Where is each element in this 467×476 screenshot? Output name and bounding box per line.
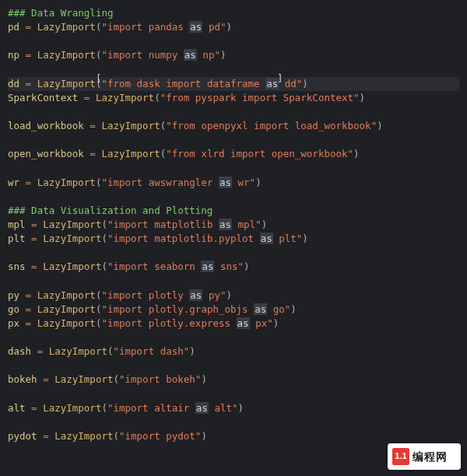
code-line[interactable] xyxy=(8,161,459,175)
keyword-as: as xyxy=(184,49,197,61)
string-text: sns xyxy=(214,261,237,272)
string-text: import bokeh xyxy=(125,373,195,385)
open-paren: ( xyxy=(101,233,107,244)
function-name: LazyImport xyxy=(43,233,101,244)
keyword-as: as xyxy=(201,261,214,272)
string-quote: " xyxy=(166,148,172,159)
string-text: import matplotlib xyxy=(113,219,218,230)
code-line[interactable]: px = LazyImport("import plotly.express a… xyxy=(8,317,459,331)
string-text: import plotly.graph_objs xyxy=(107,303,254,315)
code-line[interactable]: pydot = LazyImport("import pydot") xyxy=(8,429,459,443)
string-quote: " xyxy=(101,303,107,315)
string-quote: " xyxy=(353,92,360,103)
string-quote: " xyxy=(119,430,125,442)
variable-name: dash xyxy=(8,345,31,357)
code-line[interactable] xyxy=(8,331,459,345)
close-paren: ) xyxy=(273,317,279,329)
keyword-as: as xyxy=(189,21,202,33)
variable-name: plt xyxy=(8,233,26,244)
open-paren: ( xyxy=(113,430,119,442)
string-text: from openpyxl import load_workbook xyxy=(172,120,371,131)
variable-name: wr xyxy=(8,177,19,188)
string-quote: " xyxy=(220,289,226,301)
equals-op: = xyxy=(26,402,44,414)
code-line[interactable] xyxy=(8,359,459,373)
variable-name: sns xyxy=(8,261,26,272)
function-name: LazyImport xyxy=(101,120,160,131)
variable-name: load_workbook xyxy=(8,120,84,131)
equals-op: = xyxy=(78,92,96,103)
code-line[interactable] xyxy=(8,246,459,260)
code-line[interactable]: open_workbook = LazyImport("from xlrd im… xyxy=(8,147,459,161)
string-text: import pydot xyxy=(125,430,195,442)
string-quote: " xyxy=(119,373,125,385)
close-paren: ) xyxy=(189,345,195,357)
keyword-as: as xyxy=(265,78,279,89)
code-line[interactable]: alt = LazyImport("import altair as alt") xyxy=(8,401,459,415)
keyword-as: as xyxy=(219,219,232,230)
equals-op: = xyxy=(26,261,44,272)
code-line[interactable] xyxy=(8,274,459,288)
variable-name: np xyxy=(8,49,19,61)
string-quote: " xyxy=(101,289,107,301)
function-name: LazyImport xyxy=(101,148,160,159)
code-line[interactable]: np = LazyImport("import numpy as np") xyxy=(8,48,459,62)
code-line[interactable]: plt = LazyImport("import matplotlib.pypl… xyxy=(8,232,459,246)
string-text: import dash xyxy=(119,345,184,357)
variable-name: pd xyxy=(8,21,19,33)
code-line[interactable]: bokeh = LazyImport("import bokeh") xyxy=(8,373,459,387)
function-name: LazyImport xyxy=(37,177,96,188)
equals-op: = xyxy=(19,49,37,61)
equals-op: = xyxy=(31,345,49,357)
string-text: import matplotlib.pyplot xyxy=(113,233,259,244)
site-badge[interactable]: 1.1 编程网 xyxy=(388,443,461,470)
code-line[interactable] xyxy=(8,190,459,204)
equals-op: = xyxy=(19,21,37,33)
code-line[interactable] xyxy=(8,34,459,48)
function-name: LazyImport xyxy=(54,373,113,385)
code-line[interactable]: go = LazyImport("import plotly.graph_obj… xyxy=(8,303,459,317)
code-line[interactable]: sns = LazyImport("import seaborn as sns"… xyxy=(8,260,459,274)
code-editor[interactable]: [ ] ### Data Wranglingpd = LazyImport("i… xyxy=(0,0,467,476)
code-line[interactable]: ### Data Wrangling xyxy=(8,6,459,20)
code-line[interactable] xyxy=(8,63,459,77)
close-paren: ) xyxy=(201,373,207,385)
equals-op: = xyxy=(37,430,55,442)
code-line[interactable]: wr = LazyImport("import awswrangler as w… xyxy=(8,176,459,190)
code-line[interactable] xyxy=(8,105,459,119)
code-line[interactable] xyxy=(8,415,459,429)
equals-op: = xyxy=(19,303,37,315)
string-quote: " xyxy=(101,317,107,329)
keyword-as: as xyxy=(237,317,250,329)
keyword-as: as xyxy=(189,289,202,301)
string-text: mpl xyxy=(232,219,255,230)
string-quote: " xyxy=(101,21,107,33)
string-quote: " xyxy=(220,21,226,33)
string-quote: " xyxy=(101,78,107,89)
code-line[interactable]: dash = LazyImport("import dash") xyxy=(8,345,459,359)
code-line[interactable]: pd = LazyImport("import pandas as pd") xyxy=(8,20,459,34)
function-name: LazyImport xyxy=(37,303,96,315)
string-text: alt xyxy=(209,402,232,414)
code-line[interactable]: mpl = LazyImport("import matplotlib as m… xyxy=(8,218,459,232)
string-text: np xyxy=(197,49,215,61)
code-line[interactable]: py = LazyImport("import plotly as py") xyxy=(8,289,459,303)
string-quote: " xyxy=(101,177,107,188)
code-line[interactable]: load_workbook = LazyImport("from openpyx… xyxy=(8,119,459,133)
close-paren: ) xyxy=(377,120,383,131)
code-line[interactable]: dd = LazyImport("from dask import datafr… xyxy=(8,77,459,91)
equals-op: = xyxy=(26,219,44,230)
close-paren: ) xyxy=(353,148,360,159)
close-paren: ) xyxy=(220,49,226,61)
code-line[interactable] xyxy=(8,133,459,147)
code-line[interactable]: ### Data Visualization and Plotting xyxy=(8,204,459,218)
close-paren: ) xyxy=(238,402,244,414)
string-text: pd xyxy=(202,21,220,33)
code-line[interactable] xyxy=(8,387,459,401)
code-line[interactable]: SparkContext = LazyImport("from pyspark … xyxy=(8,91,459,105)
string-text: import seaborn xyxy=(113,261,201,272)
string-text: from xlrd import open_workbook xyxy=(172,148,348,159)
close-paren: ) xyxy=(302,233,308,244)
function-name: LazyImport xyxy=(96,92,154,103)
close-paren: ) xyxy=(262,219,268,230)
